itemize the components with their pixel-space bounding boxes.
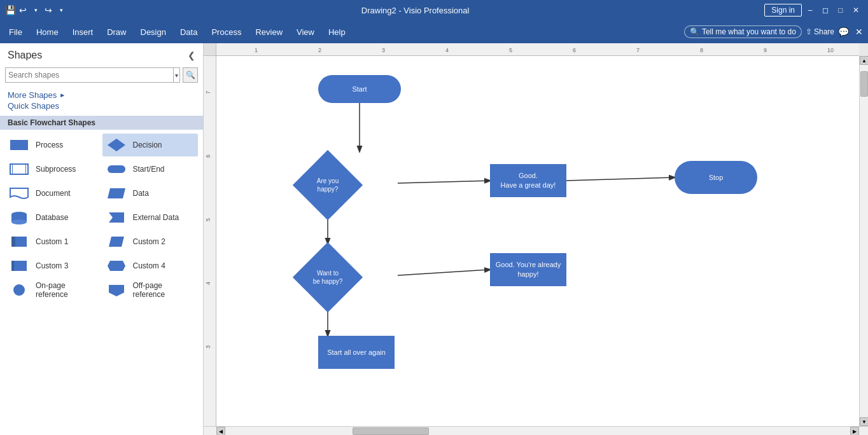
svg-text:9: 9	[764, 47, 767, 53]
scroll-thumb-h[interactable]	[353, 427, 429, 435]
ribbon-close-button[interactable]: ✕	[853, 27, 865, 37]
search-input[interactable]	[6, 68, 173, 82]
maximize-button[interactable]: □	[834, 3, 848, 17]
svg-text:5: 5	[205, 218, 211, 221]
stop-shape[interactable]: Stop	[675, 161, 757, 194]
custom2-label: Custom 2	[133, 237, 165, 246]
svg-text:5: 5	[509, 47, 512, 53]
comment-button[interactable]: 💬	[838, 27, 849, 37]
redo-icon[interactable]: ↪	[43, 5, 53, 15]
restart-text: Start all over again	[327, 349, 386, 356]
scroll-down-button[interactable]: ▼	[860, 417, 868, 426]
more-shapes-link[interactable]: More Shapes ►	[8, 90, 195, 100]
shape-item-data[interactable]: Data	[102, 182, 199, 205]
restore-button[interactable]: ◻	[818, 3, 832, 17]
search-button[interactable]: 🔍	[183, 67, 198, 83]
menubar: File Home Insert Draw Design Data Proces…	[0, 20, 868, 43]
shape-item-custom4[interactable]: Custom 4	[102, 254, 199, 277]
start-shape[interactable]: Start	[318, 75, 401, 103]
svg-text:3: 3	[382, 47, 385, 53]
quick-shapes-label: Quick Shapes	[8, 101, 59, 111]
menu-draw[interactable]: Draw	[101, 25, 132, 39]
drawing-canvas[interactable]: Start Are youhappy? Good.Have a great da…	[216, 56, 859, 426]
quick-shapes-link[interactable]: Quick Shapes	[8, 101, 195, 111]
goodday-shape[interactable]: Good.Have a great day!	[490, 164, 566, 197]
shape-item-decision[interactable]: Decision	[102, 134, 199, 156]
tell-me-box[interactable]: 🔍 Tell me what you want to do	[684, 25, 802, 38]
svg-marker-12	[11, 237, 15, 247]
share-button[interactable]: ⇧ Share	[806, 27, 834, 36]
svg-marker-1	[108, 139, 125, 151]
more-shapes-arrow: ►	[59, 92, 66, 99]
restart-shape[interactable]: Start all over again	[318, 336, 395, 369]
undo-icon[interactable]: ↩	[18, 5, 28, 15]
shape-item-startend[interactable]: Start/End	[102, 158, 199, 181]
customize-icon[interactable]: ▾	[56, 5, 66, 15]
svg-marker-15	[11, 261, 14, 271]
shape-item-process[interactable]: Process	[5, 134, 101, 156]
menu-data[interactable]: Data	[174, 25, 204, 39]
scroll-left-button[interactable]: ◀	[216, 427, 225, 435]
shape-item-subprocess[interactable]: Subprocess	[5, 158, 101, 181]
collapse-panel-button[interactable]: ❮	[188, 50, 195, 60]
svg-text:6: 6	[205, 155, 211, 158]
menu-file[interactable]: File	[3, 25, 29, 39]
search-icon: 🔍	[690, 27, 699, 36]
shape-item-custom3[interactable]: Custom 3	[5, 254, 101, 277]
search-row: ▾ 🔍	[0, 65, 203, 88]
menu-view[interactable]: View	[290, 25, 321, 39]
shape-item-onpage[interactable]: On-page reference	[5, 279, 101, 301]
hscroll-corner	[204, 427, 216, 435]
menu-process[interactable]: Process	[205, 25, 248, 39]
decision1-shape[interactable]: Are youhappy?	[293, 150, 363, 220]
onpage-icon	[8, 281, 31, 299]
shape-item-custom2[interactable]: Custom 2	[102, 230, 199, 253]
onpage-label: On-page reference	[36, 281, 99, 299]
horizontal-ruler: 1 2 3 4 5 6 7 8 9 10	[216, 43, 859, 56]
menu-design[interactable]: Design	[134, 25, 172, 39]
undo-dropdown-icon[interactable]: ▾	[31, 5, 41, 15]
menu-help[interactable]: Help	[322, 25, 352, 39]
shape-item-custom1[interactable]: Custom 1	[5, 230, 101, 253]
sign-in-button[interactable]: Sign in	[764, 4, 802, 17]
already-text: Good. You're already happy!	[490, 260, 566, 280]
shape-item-document[interactable]: Document	[5, 182, 101, 205]
search-dropdown-arrow[interactable]: ▾	[173, 68, 179, 82]
close-button[interactable]: ✕	[849, 3, 863, 17]
shape-item-database[interactable]: Database	[5, 206, 101, 229]
menu-review[interactable]: Review	[249, 25, 289, 39]
shapes-panel: Shapes ❮ ▾ 🔍 More Shapes ► Quick Shapes …	[0, 43, 204, 435]
section-header: Basic Flowchart Shapes	[0, 116, 203, 130]
titlebar-left: 💾 ↩ ▾ ↪ ▾	[5, 5, 66, 15]
scroll-up-button[interactable]: ▲	[860, 56, 868, 65]
decision2-shape[interactable]: Want tobe happy?	[293, 242, 363, 312]
scroll-right-button[interactable]: ▶	[850, 427, 859, 435]
scroll-thumb-v[interactable]	[860, 71, 868, 97]
shapes-title: Shapes	[8, 50, 42, 61]
menubar-right: 🔍 Tell me what you want to do ⇧ Share 💬 …	[684, 25, 865, 38]
custom1-label: Custom 1	[36, 237, 68, 246]
offpage-label: Off-page reference	[133, 281, 196, 299]
shapes-header: Shapes ❮	[0, 43, 203, 65]
nav-links: More Shapes ► Quick Shapes	[0, 88, 203, 113]
svg-text:3: 3	[205, 345, 211, 349]
subprocess-icon	[8, 160, 31, 178]
scroll-track-v	[860, 65, 868, 417]
process-label: Process	[36, 141, 63, 149]
already-shape[interactable]: Good. You're already happy!	[490, 253, 566, 286]
custom3-icon	[8, 257, 31, 275]
svg-marker-10	[109, 212, 124, 223]
shape-item-offpage[interactable]: Off-page reference	[102, 279, 199, 301]
menu-insert[interactable]: Insert	[66, 25, 100, 39]
vertical-scrollbar[interactable]: ▲ ▼	[859, 56, 868, 426]
save-icon[interactable]: 💾	[5, 5, 15, 15]
custom4-label: Custom 4	[133, 261, 165, 270]
minimize-button[interactable]: –	[803, 3, 817, 17]
data-label: Data	[133, 189, 149, 198]
decision2-text: Want tobe happy?	[313, 269, 343, 286]
menu-home[interactable]: Home	[30, 25, 65, 39]
hscroll-end	[859, 427, 868, 435]
stop-text: Stop	[709, 174, 724, 181]
startend-label: Start/End	[133, 165, 165, 174]
shape-item-extdata[interactable]: External Data	[102, 206, 199, 229]
